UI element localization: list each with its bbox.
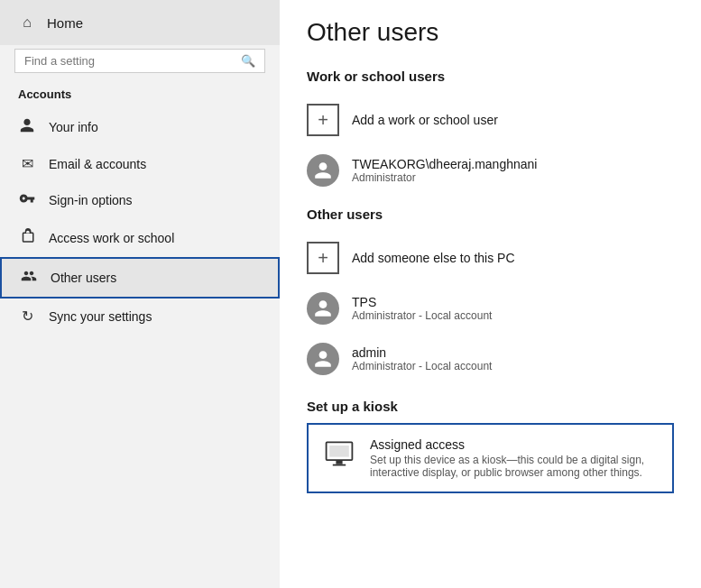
sidebar-item-label: Email & accounts — [49, 157, 146, 171]
tps-user-name: TPS — [352, 295, 492, 309]
search-input[interactable] — [24, 54, 241, 68]
work-user-role: Administrator — [352, 171, 537, 184]
main-content: Other users Work or school users + Add a… — [280, 0, 701, 588]
work-user-info: TWEAKORG\dheeraj.manghnani Administrator — [352, 157, 537, 184]
home-icon: ⌂ — [18, 14, 36, 31]
add-someone-plus-icon: + — [307, 242, 339, 274]
admin-user-name: admin — [352, 345, 492, 360]
work-user-name: TWEAKORG\dheeraj.manghnani — [352, 157, 537, 171]
home-label: Home — [47, 15, 83, 31]
sidebar-item-label: Sync your settings — [49, 309, 152, 324]
page-title: Other users — [307, 18, 674, 47]
add-work-user-row[interactable]: + Add a work or school user — [307, 95, 674, 145]
kiosk-title: Assigned access — [370, 437, 658, 452]
sidebar-item-label: Sign-in options — [49, 193, 133, 207]
admin-user-row[interactable]: admin Administrator - Local account — [307, 334, 674, 384]
tps-user-info: TPS Administrator - Local account — [352, 295, 492, 322]
add-someone-label: Add someone else to this PC — [352, 251, 515, 265]
kiosk-desc: Set up this device as a kiosk—this could… — [370, 454, 658, 479]
sidebar-item-other-users[interactable]: Other users — [0, 257, 280, 299]
admin-user-info: admin Administrator - Local account — [352, 345, 492, 372]
admin-user-role: Administrator - Local account — [352, 360, 492, 372]
key-icon — [18, 190, 36, 210]
kiosk-icon — [323, 437, 355, 470]
sidebar-section-title: Accounts — [0, 84, 280, 108]
search-box: 🔍 — [14, 49, 265, 73]
add-work-plus-icon: + — [307, 104, 339, 136]
kiosk-assigned-access-row[interactable]: Assigned access Set up this device as a … — [307, 423, 674, 493]
kiosk-text: Assigned access Set up this device as a … — [370, 437, 658, 479]
sidebar-item-sync-settings[interactable]: ↻ Sync your settings — [0, 299, 280, 334]
kiosk-section-title: Set up a kiosk — [307, 399, 674, 414]
svg-rect-1 — [336, 460, 342, 464]
sidebar-item-label: Your info — [49, 120, 98, 134]
sidebar-item-access-work[interactable]: Access work or school — [0, 219, 280, 257]
sidebar-item-label: Other users — [51, 271, 116, 285]
admin-user-avatar — [307, 343, 339, 375]
search-button[interactable]: 🔍 — [241, 54, 255, 68]
sidebar-item-home[interactable]: ⌂ Home — [0, 0, 280, 45]
work-user-avatar — [307, 154, 339, 187]
tps-user-role: Administrator - Local account — [352, 309, 492, 322]
tps-user-row[interactable]: TPS Administrator - Local account — [307, 283, 674, 334]
add-work-label: Add a work or school user — [352, 113, 498, 127]
sidebar-item-label: Access work or school — [49, 231, 174, 245]
sidebar: ⌂ Home 🔍 Accounts Your info ✉ Email & ac… — [0, 0, 280, 588]
briefcase-icon — [18, 228, 36, 248]
person-icon — [18, 117, 36, 137]
svg-rect-2 — [333, 464, 346, 466]
other-users-section-title: Other users — [307, 207, 674, 222]
sidebar-item-email-accounts[interactable]: ✉ Email & accounts — [0, 146, 280, 181]
email-icon: ✉ — [18, 155, 36, 172]
users-icon — [20, 268, 38, 288]
work-user-row[interactable]: TWEAKORG\dheeraj.manghnani Administrator — [307, 145, 674, 196]
work-school-section-title: Work or school users — [307, 69, 674, 84]
svg-rect-3 — [329, 446, 349, 457]
sidebar-item-your-info[interactable]: Your info — [0, 108, 280, 146]
add-someone-row[interactable]: + Add someone else to this PC — [307, 233, 674, 283]
sidebar-item-sign-in[interactable]: Sign-in options — [0, 181, 280, 219]
tps-user-avatar — [307, 292, 339, 325]
sync-icon: ↻ — [18, 308, 36, 325]
